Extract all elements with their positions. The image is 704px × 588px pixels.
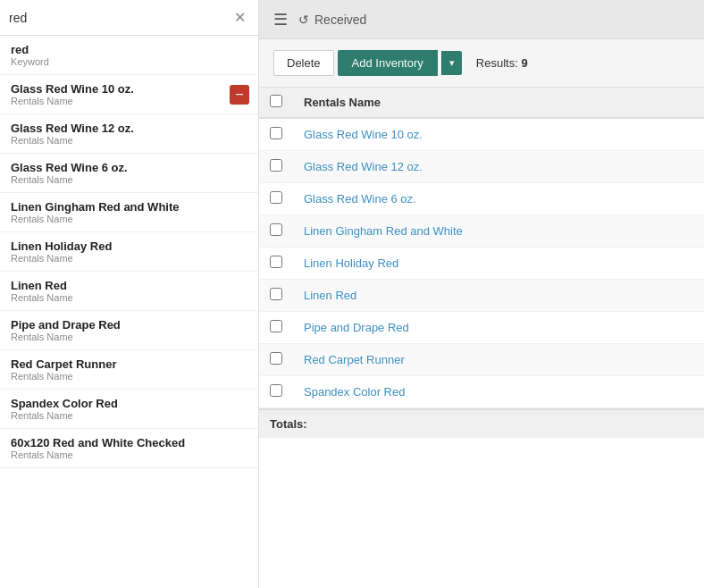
table-row: Linen Gingham Red and White — [259, 215, 704, 248]
list-item[interactable]: Linen Red Rentals Name — [0, 272, 258, 311]
table-row: Spandex Color Red — [259, 376, 704, 408]
table-header-row: Rentals Name — [259, 88, 704, 118]
checkbox-header — [259, 88, 293, 118]
row-checkbox-cell[interactable] — [259, 280, 293, 312]
item-name: Glass Red Wine 10 oz. — [11, 82, 247, 96]
row-checkbox-cell[interactable] — [259, 118, 293, 151]
list-item[interactable]: Spandex Color Red Rentals Name — [0, 390, 258, 429]
search-input[interactable] — [9, 11, 230, 25]
item-name: Pipe and Drape Red — [11, 318, 247, 332]
item-sub: Rentals Name — [11, 332, 247, 342]
row-checkbox-cell[interactable] — [259, 151, 293, 183]
hamburger-icon[interactable]: ☰ — [273, 10, 288, 29]
row-checkbox-cell[interactable] — [259, 183, 293, 215]
table-row: Red Carpet Runner — [259, 344, 704, 376]
results-text: Results: 9 — [476, 56, 528, 70]
item-sub: Rentals Name — [11, 135, 247, 146]
row-checkbox[interactable] — [270, 256, 282, 268]
row-name-cell: Linen Red — [293, 280, 704, 312]
item-sub: Rentals Name — [11, 449, 247, 460]
list-item[interactable]: Glass Red Wine 10 oz. Rentals Name − — [0, 75, 258, 114]
results-prefix: Results: — [476, 56, 518, 70]
item-name: Spandex Color Red — [11, 397, 247, 410]
row-item-link[interactable]: Spandex Color Red — [304, 385, 405, 399]
row-checkbox[interactable] — [270, 223, 282, 236]
item-name: Glass Red Wine 6 oz. — [11, 161, 247, 174]
received-text: Received — [314, 13, 366, 27]
row-checkbox[interactable] — [270, 320, 282, 332]
row-checkbox-cell[interactable] — [259, 344, 293, 376]
table-row: Glass Red Wine 10 oz. — [259, 118, 704, 151]
row-name-cell: Spandex Color Red — [293, 376, 704, 408]
received-icon: ↺ — [298, 13, 309, 27]
search-dropdown-panel: ✕ red Keyword Glass Red Wine 10 oz. Rent… — [0, 0, 259, 588]
row-checkbox-cell[interactable] — [259, 215, 293, 248]
item-sub: Rentals Name — [11, 253, 247, 264]
item-name: Red Carpet Runner — [11, 357, 247, 371]
list-item[interactable]: Glass Red Wine 12 oz. Rentals Name — [0, 114, 258, 154]
list-item[interactable]: 60x120 Red and White Checked Rentals Nam… — [0, 429, 258, 468]
row-item-link[interactable]: Linen Holiday Red — [304, 256, 398, 270]
list-item[interactable]: Glass Red Wine 6 oz. Rentals Name — [0, 154, 258, 193]
row-name-cell: Pipe and Drape Red — [293, 312, 704, 344]
add-inventory-dropdown-button[interactable]: ▾ — [441, 51, 462, 75]
add-inventory-button[interactable]: Add Inventory — [338, 50, 438, 76]
toolbar: Delete Add Inventory ▾ Results: 9 — [259, 39, 704, 88]
row-item-link[interactable]: Glass Red Wine 6 oz. — [304, 192, 416, 206]
row-checkbox[interactable] — [270, 191, 282, 204]
item-name: Linen Gingham Red and White — [11, 200, 247, 214]
row-name-cell: Glass Red Wine 6 oz. — [293, 183, 704, 215]
item-sub: Rentals Name — [11, 292, 247, 303]
main-panel: ☰ ↺ Received Delete Add Inventory ▾ Resu… — [259, 0, 704, 588]
row-checkbox[interactable] — [270, 159, 282, 172]
remove-button[interactable]: − — [230, 85, 249, 105]
row-name-cell: Linen Gingham Red and White — [293, 215, 704, 248]
list-item[interactable]: Linen Holiday Red Rentals Name — [0, 232, 258, 272]
list-item[interactable]: Linen Gingham Red and White Rentals Name — [0, 193, 258, 232]
table-row: Glass Red Wine 6 oz. — [259, 183, 704, 215]
item-sub: Rentals Name — [11, 174, 247, 185]
table-row: Glass Red Wine 12 oz. — [259, 151, 704, 183]
item-sub: Rentals Name — [11, 410, 247, 421]
table-row: Linen Holiday Red — [259, 248, 704, 280]
row-item-link[interactable]: Glass Red Wine 10 oz. — [304, 128, 423, 141]
row-checkbox-cell[interactable] — [259, 376, 293, 408]
row-checkbox-cell[interactable] — [259, 248, 293, 280]
table-container: Rentals Name Glass Red Wine 10 oz. Glass… — [259, 88, 704, 588]
row-name-cell: Glass Red Wine 10 oz. — [293, 118, 704, 151]
item-name: 60x120 Red and White Checked — [11, 436, 247, 449]
received-label: ↺ Received — [298, 13, 366, 27]
item-sub: Rentals Name — [11, 96, 247, 106]
item-sub: Rentals Name — [11, 371, 247, 382]
row-checkbox[interactable] — [270, 288, 282, 300]
keyword-label: red — [11, 43, 247, 56]
delete-button[interactable]: Delete — [273, 50, 334, 76]
list-item[interactable]: Red Carpet Runner Rentals Name — [0, 350, 258, 390]
row-checkbox-cell[interactable] — [259, 312, 293, 344]
select-all-checkbox[interactable] — [270, 95, 282, 107]
row-checkbox[interactable] — [270, 352, 282, 365]
item-name: Linen Red — [11, 279, 247, 292]
row-item-link[interactable]: Red Carpet Runner — [304, 353, 405, 366]
row-item-link[interactable]: Linen Red — [304, 289, 356, 302]
dropdown-list: red Keyword Glass Red Wine 10 oz. Rental… — [0, 36, 258, 588]
row-name-cell: Glass Red Wine 12 oz. — [293, 151, 704, 183]
row-checkbox[interactable] — [270, 127, 282, 139]
row-item-link[interactable]: Linen Gingham Red and White — [304, 224, 463, 238]
row-item-link[interactable]: Glass Red Wine 12 oz. — [304, 160, 423, 173]
results-table: Rentals Name Glass Red Wine 10 oz. Glass… — [259, 88, 704, 408]
item-name: Glass Red Wine 12 oz. — [11, 122, 247, 135]
row-checkbox[interactable] — [270, 384, 282, 397]
search-clear-button[interactable]: ✕ — [230, 7, 249, 28]
keyword-sub: Keyword — [11, 56, 247, 67]
results-count: 9 — [521, 56, 527, 70]
list-item[interactable]: Pipe and Drape Red Rentals Name — [0, 311, 258, 350]
row-item-link[interactable]: Pipe and Drape Red — [304, 321, 409, 334]
keyword-item[interactable]: red Keyword — [0, 36, 258, 75]
search-bar: ✕ — [0, 0, 258, 36]
item-name: Linen Holiday Red — [11, 239, 247, 253]
item-sub: Rentals Name — [11, 214, 247, 224]
row-name-cell: Red Carpet Runner — [293, 344, 704, 376]
top-bar: ☰ ↺ Received — [259, 0, 704, 39]
totals-row: Totals: — [259, 408, 704, 438]
